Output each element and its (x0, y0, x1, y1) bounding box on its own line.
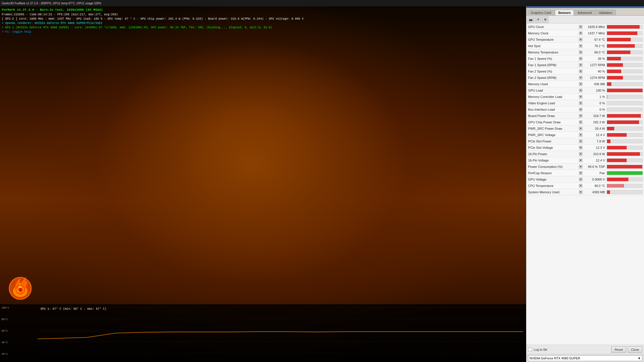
sensor-row: GPU Chip Power Draw▼292.3 W (526, 119, 644, 125)
sensor-dropdown-arrow[interactable]: ▼ (579, 38, 582, 41)
sensor-name: Fan 2 Speed (RPM) (527, 76, 579, 79)
sensor-dropdown-arrow[interactable]: ▼ (579, 133, 582, 137)
sensor-value: 1825.6 MHz (583, 25, 606, 29)
sensor-name: PWR_SRC Voltage (527, 133, 579, 137)
sensor-dropdown-arrow[interactable]: ▼ (579, 63, 582, 67)
chart-label: GPU 1: 67° C (min: 50° C - max: 67° C) (40, 307, 106, 311)
sensor-bar (607, 133, 627, 137)
sensor-bar (607, 38, 631, 41)
sensor-dropdown-arrow[interactable]: ▼ (579, 120, 582, 124)
sensor-value: 12.4 V (583, 133, 606, 137)
sensor-value: 26.4 W (583, 127, 606, 130)
tab-sensors[interactable]: Sensors (555, 10, 574, 15)
sensor-name: Fan 2 Speed (%) (527, 70, 579, 73)
sensor-bar-container (607, 38, 643, 42)
camera-icon[interactable]: 📷 (528, 16, 534, 23)
sensor-name: Board Power Draw (527, 114, 579, 118)
sensor-bar (607, 63, 623, 67)
sensor-name: PerfCap Reason (527, 171, 579, 175)
sensor-dropdown-arrow[interactable]: ▼ (579, 140, 582, 143)
device-selector[interactable]: NVIDIA GeForce RTX 4080 SUPER ▼ (528, 355, 642, 361)
svg-text:40°C: 40°C (1, 341, 8, 344)
settings-icon[interactable]: ⚙ (542, 16, 548, 23)
game-viewport: FurMark v1.37.2.0 - Burn-in test, 1920x1… (0, 0, 526, 362)
device-name: NVIDIA GeForce RTX 4080 SUPER (530, 357, 580, 360)
sensor-dropdown-arrow[interactable]: ▼ (579, 25, 582, 29)
gpuz-panel: TechPowerUp GPU-Z 2.57.0 — □ ✕ Graphics … (526, 0, 644, 362)
sensor-dropdown-arrow[interactable]: ▼ (579, 95, 582, 99)
sensor-dropdown-arrow[interactable]: ▼ (579, 51, 582, 54)
sensor-dropdown-arrow[interactable]: ▼ (579, 44, 582, 48)
sensor-bar (607, 190, 610, 194)
sensor-name: Memory Temperature (527, 51, 579, 54)
sensor-dropdown-arrow[interactable]: ▼ (579, 127, 582, 130)
sensor-dropdown-arrow[interactable]: ▼ (579, 146, 582, 149)
svg-text:100°C: 100°C (1, 307, 10, 309)
gpuz-tabs: Graphics Card Sensors Advanced Validatio… (526, 8, 644, 16)
furmark-logo (6, 272, 35, 301)
sensor-name: Fan 1 Speed (RPM) (527, 63, 579, 67)
sensor-row: Board Power Draw▼318.7 W (526, 113, 644, 119)
reset-button[interactable]: Reset (611, 346, 626, 353)
sensor-bar-container (607, 95, 643, 99)
sensor-bar (607, 70, 621, 73)
tab-validation[interactable]: Validation (595, 10, 616, 15)
sensor-dropdown-arrow[interactable]: ▼ (579, 108, 582, 111)
svg-text:20°C: 20°C (1, 353, 8, 356)
sensor-bar (607, 25, 640, 29)
sensor-row: System Memory Used▼4383 MB (526, 189, 644, 195)
sensor-dropdown-arrow[interactable]: ▼ (579, 165, 582, 168)
sensor-dropdown-arrow[interactable]: ▼ (579, 101, 582, 105)
sensor-bar (607, 140, 610, 143)
tab-advanced[interactable]: Advanced (574, 10, 595, 15)
sensor-dropdown-arrow[interactable]: ▼ (579, 114, 582, 118)
taskbar-text: Geeks3D FurMark v1.37.2.0 - 269FPS, GPU1… (2, 2, 101, 5)
sensor-dropdown-arrow[interactable]: ▼ (579, 89, 582, 92)
sensor-dropdown-arrow[interactable]: ▼ (579, 184, 582, 188)
sensor-bar-container (607, 133, 643, 137)
sensor-row: Fan 2 Speed (RPM)▼1274 RPM (526, 75, 644, 81)
info-line3: [ GPU-Z ] core: 1800 MHz - mem: 1437 MHz… (2, 17, 304, 21)
info-line4: > OpenGL renderer: NVIDIA GeForce RTX 40… (2, 21, 304, 25)
sensor-name: PWR_SRC Power Draw (527, 127, 579, 130)
sensor-value: 78.2 °C (583, 44, 606, 48)
sensor-value: Pwr (583, 171, 606, 175)
sensor-bar (607, 57, 621, 60)
sensor-value: 0 % (583, 108, 606, 111)
sensor-dropdown-arrow[interactable]: ▼ (579, 57, 582, 60)
sensor-bar-container (607, 152, 643, 156)
sensor-dropdown-arrow[interactable]: ▼ (579, 76, 582, 79)
refresh-icon[interactable]: ↺ (535, 16, 541, 23)
sensor-value: 4383 MB (583, 190, 606, 194)
sensor-bar (607, 152, 640, 156)
sensor-bar (607, 171, 643, 175)
sensor-dropdown-arrow[interactable]: ▼ (579, 82, 582, 86)
sensor-bar (607, 159, 627, 162)
taskbar: Geeks3D FurMark v1.37.2.0 - 269FPS, GPU1… (0, 0, 644, 6)
sensor-name: PCIe Slot Power (527, 140, 579, 143)
sensor-dropdown-arrow[interactable]: ▼ (579, 171, 582, 175)
sensor-dropdown-arrow[interactable]: ▼ (579, 70, 582, 73)
svg-point-3 (18, 288, 22, 292)
sensor-dropdown-arrow[interactable]: ▼ (579, 152, 582, 156)
log-to-file-checkbox[interactable] (528, 348, 532, 351)
sensor-dropdown-arrow[interactable]: ▼ (579, 178, 582, 181)
sensor-bar (607, 95, 607, 99)
sensor-dropdown-arrow[interactable]: ▼ (579, 190, 582, 194)
sensor-bar (607, 89, 643, 92)
info-line6: > F1: toggle help (2, 30, 304, 34)
sensor-bar-container (607, 107, 643, 112)
sensor-bar (607, 114, 641, 118)
sensor-row: PWR_SRC Voltage▼12.4 V (526, 132, 644, 138)
svg-text:80°C: 80°C (1, 318, 8, 321)
sensor-bar-container (607, 44, 643, 48)
sensor-name: GPU Voltage (527, 178, 579, 181)
sensor-dropdown-arrow[interactable]: ▼ (579, 31, 582, 35)
close-gpuz-button[interactable]: Close (628, 346, 642, 353)
sensor-bar-container (607, 190, 643, 194)
tab-graphics-card[interactable]: Graphics Card (528, 10, 554, 15)
sensor-name: Memory Clock (527, 31, 579, 35)
sensor-name: 16-Pin Power (527, 152, 579, 156)
sensor-dropdown-arrow[interactable]: ▼ (579, 159, 582, 162)
sensor-name: Bus Interface Load (527, 108, 579, 111)
